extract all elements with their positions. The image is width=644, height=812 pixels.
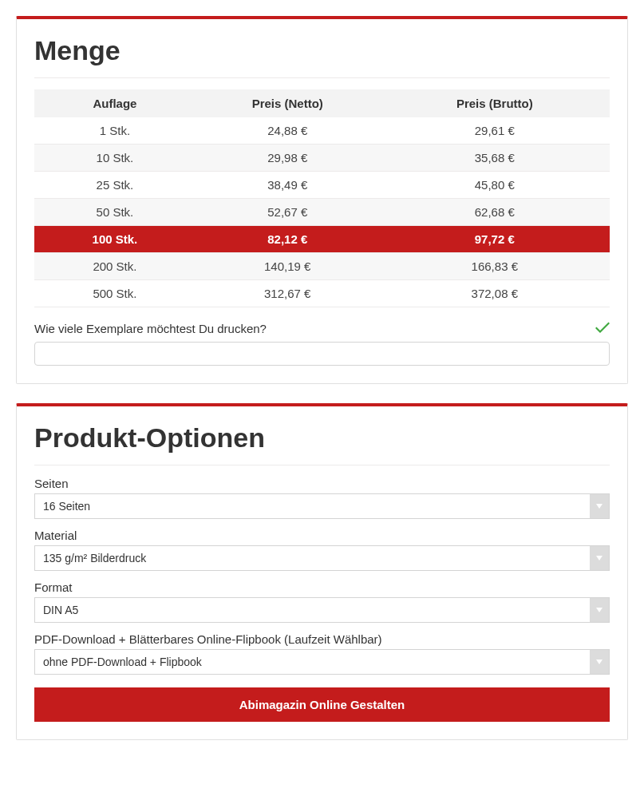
chevron-down-icon — [590, 598, 609, 622]
check-icon — [595, 320, 610, 337]
cell-net: 24,88 € — [196, 117, 380, 145]
cell-gross: 166,83 € — [380, 253, 610, 280]
cell-net: 312,67 € — [196, 280, 380, 307]
quantity-prompt: Wie viele Exemplare möchtest Du drucken? — [34, 322, 267, 335]
table-row[interactable]: 200 Stk.140,19 €166,83 € — [34, 253, 610, 280]
table-header-row: Auflage Preis (Netto) Preis (Brutto) — [34, 89, 610, 117]
label-pages: Seiten — [34, 477, 610, 490]
cell-qty: 50 Stk. — [34, 199, 196, 226]
cta-button[interactable]: Abimagazin Online Gestalten — [34, 687, 610, 722]
field-pages: Seiten 16 Seiten — [34, 477, 610, 519]
cell-gross: 62,68 € — [380, 199, 610, 226]
chevron-down-icon — [590, 494, 609, 518]
chevron-down-icon — [590, 546, 609, 570]
price-table: Auflage Preis (Netto) Preis (Brutto) 1 S… — [34, 89, 610, 307]
col-qty: Auflage — [34, 89, 196, 117]
label-material: Material — [34, 529, 610, 542]
cell-net: 29,98 € — [196, 145, 380, 172]
quantity-input[interactable] — [34, 342, 610, 366]
table-row[interactable]: 500 Stk.312,67 €372,08 € — [34, 280, 610, 307]
select-flipbook[interactable]: ohne PDF-Download + Flipbook — [34, 649, 610, 675]
select-material-value: 135 g/m² Bilderdruck — [35, 552, 590, 564]
quantity-prompt-row: Wie viele Exemplare möchtest Du drucken? — [34, 320, 610, 337]
select-format-value: DIN A5 — [35, 604, 590, 616]
cell-qty: 10 Stk. — [34, 145, 196, 172]
quantity-title: Menge — [34, 35, 610, 78]
label-format: Format — [34, 580, 610, 594]
table-row[interactable]: 1 Stk.24,88 €29,61 € — [34, 117, 610, 145]
cell-gross: 45,80 € — [380, 172, 610, 199]
cell-net: 82,12 € — [196, 226, 380, 253]
field-flipbook: PDF-Download + Blätterbares Online-Flipb… — [34, 632, 610, 675]
select-pages-value: 16 Seiten — [35, 500, 590, 513]
cell-gross: 97,72 € — [380, 226, 610, 253]
select-format[interactable]: DIN A5 — [34, 597, 610, 623]
select-pages[interactable]: 16 Seiten — [34, 493, 610, 519]
options-card: Produkt-Optionen Seiten 16 Seiten Materi… — [16, 403, 628, 740]
field-material: Material 135 g/m² Bilderdruck — [34, 529, 610, 571]
label-flipbook: PDF-Download + Blätterbares Online-Flipb… — [34, 632, 610, 646]
cell-net: 140,19 € — [196, 253, 380, 280]
quantity-card: Menge Auflage Preis (Netto) Preis (Brutt… — [16, 16, 628, 384]
cell-qty: 25 Stk. — [34, 172, 196, 199]
cell-qty: 200 Stk. — [34, 253, 196, 280]
cell-gross: 372,08 € — [380, 280, 610, 307]
cell-net: 38,49 € — [196, 172, 380, 199]
table-row[interactable]: 100 Stk.82,12 €97,72 € — [34, 226, 610, 253]
chevron-down-icon — [590, 650, 609, 674]
table-row[interactable]: 10 Stk.29,98 €35,68 € — [34, 145, 610, 172]
select-flipbook-value: ohne PDF-Download + Flipbook — [35, 656, 590, 668]
select-material[interactable]: 135 g/m² Bilderdruck — [34, 545, 610, 571]
cell-net: 52,67 € — [196, 199, 380, 226]
cell-qty: 100 Stk. — [34, 226, 196, 253]
options-title: Produkt-Optionen — [34, 422, 610, 465]
cell-gross: 29,61 € — [380, 117, 610, 145]
col-gross: Preis (Brutto) — [380, 89, 610, 117]
table-row[interactable]: 25 Stk.38,49 €45,80 € — [34, 172, 610, 199]
field-format: Format DIN A5 — [34, 580, 610, 623]
cell-qty: 500 Stk. — [34, 280, 196, 307]
table-row[interactable]: 50 Stk.52,67 €62,68 € — [34, 199, 610, 226]
cell-qty: 1 Stk. — [34, 117, 196, 145]
cell-gross: 35,68 € — [380, 145, 610, 172]
col-net: Preis (Netto) — [196, 89, 380, 117]
